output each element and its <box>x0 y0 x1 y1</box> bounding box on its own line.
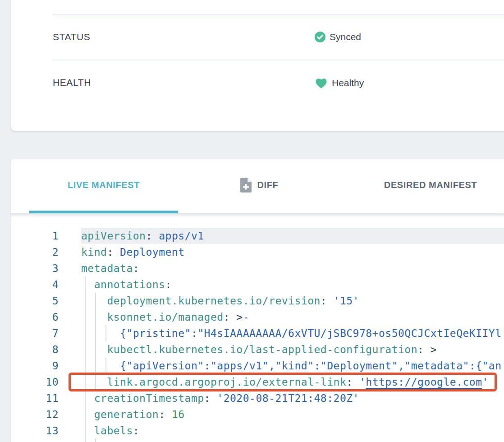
code-line-text: ksonnet.io/managed: >- <box>81 309 504 325</box>
row-divider <box>53 60 504 60</box>
status-text: Synced <box>330 32 361 42</box>
line-number: 10 <box>11 374 59 390</box>
line-number: 14 <box>11 439 59 442</box>
code-line-8: 8 kubectl.kubernetes.io/last-applied-con… <box>11 341 504 358</box>
code-line-text: creationTimestamp: '2020-08-21T21:48:20Z… <box>81 390 504 406</box>
indent-guide <box>95 358 96 374</box>
line-number: 1 <box>11 228 59 244</box>
code-segment-punct: : <box>321 295 327 307</box>
indent-guide <box>85 276 86 293</box>
indent-guide <box>95 309 96 325</box>
code-line-text: kubectl.kubernetes.io/last-applied-confi… <box>81 341 504 358</box>
code-segment-num: 16 <box>165 409 185 420</box>
indent-guide <box>85 325 86 341</box>
line-number: 8 <box>11 341 59 358</box>
indent-guide <box>85 439 86 442</box>
code-segment-key: creationTimestamp <box>81 392 204 404</box>
indent-guide <box>85 358 86 374</box>
code-line-text: generation: 16 <box>81 406 504 423</box>
heart-icon <box>315 77 328 89</box>
code-segment-punct: : <box>107 246 113 258</box>
code-segment-punct: : <box>204 392 211 404</box>
code-line-4: 4 annotations: <box>11 276 504 293</box>
code-line-text: {"pristine":"H4sIAAAAAAAA/6xVTU/jSBC978+… <box>81 325 504 341</box>
indent-guide <box>95 374 96 390</box>
code-segment-punct: : <box>165 279 172 290</box>
status-value: Synced <box>315 32 361 42</box>
manifest-card: LIVE MANIFEST DIFF DESIRED MANIFEST 1api… <box>11 159 504 442</box>
indent-guide <box>85 423 86 439</box>
line-number: 13 <box>11 423 59 439</box>
code-segment-str: {"pristine":"H4sIAAAAAAAA/6xVTU/jSBC978+… <box>81 327 502 339</box>
tab-desired-manifest-label: DESIRED MANIFEST <box>384 180 477 190</box>
indent-guide <box>95 341 96 358</box>
code-lines: 1apiVersion: apps/v12kind: Deployment3me… <box>11 228 504 442</box>
indent-guide <box>95 439 96 442</box>
line-number: 9 <box>11 358 59 374</box>
code-segment-punct: : <box>133 425 139 437</box>
code-segment-key: deployment.kubernetes.io/revision <box>81 295 321 307</box>
code-segment-punct: : <box>346 376 353 388</box>
code-segment-punct: : <box>146 230 152 242</box>
argocd-resource-view: STATUS Synced HEALTH Healthy LI <box>0 0 504 442</box>
code-segment-punct: : <box>417 344 424 355</box>
health-value: Healthy <box>315 76 364 89</box>
code-line-text: apiVersion: apps/v1 <box>81 228 504 244</box>
code-segment-key: metadata <box>81 262 133 274</box>
tab-live-manifest[interactable]: LIVE MANIFEST <box>29 159 178 211</box>
indent-guide <box>105 358 106 374</box>
indent-guide <box>85 406 86 423</box>
code-segment-key: apiVersion <box>81 230 146 242</box>
code-segment-punct: : <box>133 262 139 274</box>
code-line-14: 14 app.kubernetes.io/instance: <box>11 439 504 442</box>
code-line-1: 1apiVersion: apps/v1 <box>11 228 504 244</box>
file-plus-icon <box>240 178 252 193</box>
code-line-10: 10 link.argocd.argoproj.io/external-link… <box>11 374 504 390</box>
code-line-text: labels: <box>81 423 504 439</box>
code-segment-key: link.argocd.argoproj.io/external-link <box>81 376 346 388</box>
code-segment-key: labels <box>81 425 133 437</box>
tab-desired-manifest[interactable]: DESIRED MANIFEST <box>340 159 504 211</box>
code-segment-str: Deployment <box>114 246 185 258</box>
tab-diff[interactable]: DIFF <box>196 159 322 211</box>
line-number: 3 <box>11 260 59 276</box>
indent-guide <box>105 325 106 341</box>
code-segment-key: kind <box>81 246 107 258</box>
code-segment-str: '2020-08-21T21:48:20Z' <box>211 392 359 404</box>
indent-guide <box>85 293 86 309</box>
status-label: STATUS <box>53 32 90 42</box>
health-label: HEALTH <box>53 77 91 88</box>
code-segment-str: ' <box>353 376 366 388</box>
code-segment-key: annotations <box>81 279 165 290</box>
code-segment-str: apps/v1 <box>152 230 204 242</box>
status-row: STATUS Synced <box>11 23 504 51</box>
code-line-text: deployment.kubernetes.io/revision: '15' <box>81 293 504 309</box>
code-line-11: 11 creationTimestamp: '2020-08-21T21:48:… <box>11 390 504 406</box>
indent-guide <box>95 325 96 341</box>
code-segment-key: ksonnet.io/managed <box>81 311 224 323</box>
external-link[interactable]: https://google.com <box>366 376 482 388</box>
line-number: 4 <box>11 276 59 293</box>
line-number: 5 <box>11 293 59 309</box>
line-number: 2 <box>11 244 59 260</box>
tab-diff-label: DIFF <box>257 180 279 190</box>
tab-live-manifest-label: LIVE MANIFEST <box>68 180 140 190</box>
tabbar-shadow <box>11 213 504 217</box>
code-line-text: annotations: <box>81 276 504 293</box>
code-line-12: 12 generation: 16 <box>11 406 504 423</box>
line-number: 7 <box>11 325 59 341</box>
code-segment-punct: : <box>159 409 165 420</box>
indent-guide <box>85 341 86 358</box>
line-number: 11 <box>11 390 59 406</box>
code-line-5: 5 deployment.kubernetes.io/revision: '15… <box>11 293 504 309</box>
code-segment-punct: > <box>424 344 437 355</box>
code-line-text: metadata: <box>81 260 504 276</box>
code-segment-punct: >- <box>230 311 249 323</box>
indent-guide <box>85 309 86 325</box>
manifest-tabbar: LIVE MANIFEST DIFF DESIRED MANIFEST <box>11 159 504 213</box>
health-text: Healthy <box>332 77 364 88</box>
indent-guide <box>85 390 86 406</box>
code-line-text: app.kubernetes.io/instance: <box>81 439 504 442</box>
code-line-text: {"apiVersion":"apps/v1","kind":"Deployme… <box>81 358 504 374</box>
code-segment-str: '15' <box>327 295 359 307</box>
